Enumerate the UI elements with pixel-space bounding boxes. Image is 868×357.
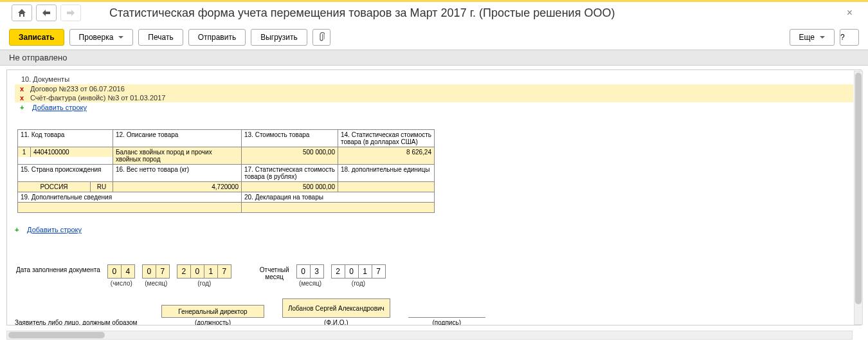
document-text: Договор №233 от 06.07.2016 <box>30 85 125 93</box>
stat-rub-cell[interactable]: 500 000,00 <box>242 182 338 192</box>
save-button[interactable]: Записать <box>9 29 64 46</box>
document-row[interactable]: x Договор №233 от 06.07.2016 <box>15 84 853 93</box>
position-sublabel: (должность) <box>161 319 264 325</box>
col-13-header: 13. Стоимость товара <box>242 130 338 147</box>
check-button[interactable]: Проверка <box>69 29 134 46</box>
extra-cell[interactable] <box>18 203 242 213</box>
arrow-right-icon <box>67 10 75 16</box>
home-button[interactable] <box>12 5 32 21</box>
signature-sublabel: (подпись) <box>408 319 485 325</box>
fio-field[interactable]: Лобанов Сергей Александрович <box>282 298 390 318</box>
col-19-header: 19. Дополнительные сведения <box>18 192 242 203</box>
documents-heading: 10. Документы <box>15 75 853 83</box>
form-content: 10. Документы x Договор №233 от 06.07.20… <box>6 69 862 325</box>
report-year-digits[interactable]: 2 0 1 7 <box>332 264 386 279</box>
plus-icon: + <box>15 226 25 233</box>
close-button[interactable]: × <box>838 7 862 19</box>
report-month-digits[interactable]: 0 3 <box>297 264 324 279</box>
paperclip-icon <box>318 32 325 42</box>
col-18-header: 18. дополнительные единицы <box>338 165 435 182</box>
send-button[interactable]: Отправить <box>188 29 246 46</box>
report-period-label2: месяц <box>260 273 289 280</box>
month-digits[interactable]: 0 7 <box>143 264 170 279</box>
rep-month-sublabel: (месяц) <box>299 280 321 287</box>
add-document-link[interactable]: Добавить строку <box>32 104 87 111</box>
col-17-header: 17. Статистическая стоимость товара (в р… <box>242 165 338 182</box>
rep-year-sublabel: (год) <box>352 280 365 287</box>
col-11-header: 11. Код товара <box>18 130 113 147</box>
delete-row-icon[interactable]: x <box>20 94 30 102</box>
applicant-label: Заявитель либо лицо, должным образом <box>15 319 143 325</box>
year-sublabel: (год) <box>197 280 211 287</box>
decl-cell[interactable] <box>242 203 435 213</box>
export-button[interactable]: Выгрузить <box>251 29 307 46</box>
vertical-scrollbar[interactable] <box>854 71 863 325</box>
country-name: РОССИЯ <box>18 182 91 192</box>
col-12-header: 12. Описание товара <box>113 130 242 147</box>
weight-cell[interactable]: 4,720000 <box>113 182 242 192</box>
horizontal-scrollbar[interactable] <box>6 331 853 340</box>
goods-code-cell[interactable]: 1 4404100000 <box>18 147 113 165</box>
goods-desc-cell[interactable]: Баланс хвойных пород и прочих хвойных по… <box>113 147 242 165</box>
home-icon <box>17 8 26 17</box>
add-goods-row-link[interactable]: Добавить строку <box>27 226 82 233</box>
plus-icon: + <box>20 104 30 111</box>
status-text: Не отправлено <box>0 50 868 66</box>
delete-row-icon[interactable]: x <box>20 85 30 93</box>
goods-code: 4404100000 <box>31 147 113 157</box>
more-button[interactable]: Еще <box>790 29 835 46</box>
col-20-header: 20. Декларация на товары <box>242 192 435 203</box>
document-text: Счёт-фактура (инвойс) №3 от 01.03.2017 <box>30 94 165 102</box>
document-row[interactable]: x Счёт-фактура (инвойс) №3 от 01.03.2017 <box>15 93 853 102</box>
col-16-header: 16. Вес нетто товара (кг) <box>113 165 242 182</box>
col-14-header: 14. Статистическая стоимость товара (в д… <box>338 130 435 147</box>
day-sublabel: (число) <box>111 280 132 287</box>
nav-back-button[interactable] <box>36 5 57 21</box>
position-field[interactable]: Генеральный директор <box>161 305 264 318</box>
report-period-label1: Отчетный <box>260 266 289 273</box>
help-button[interactable]: ? <box>840 29 859 46</box>
signature-line <box>408 306 485 318</box>
month-sublabel: (месяц) <box>145 280 167 287</box>
country-code: RU <box>91 182 113 192</box>
goods-cost-cell[interactable]: 500 000,00 <box>242 147 338 165</box>
fill-date-label: Дата заполнения документа <box>16 264 100 273</box>
nav-forward-button[interactable] <box>60 5 81 21</box>
goods-stat-usd-cell[interactable]: 8 626,24 <box>338 147 435 165</box>
print-button[interactable]: Печать <box>138 29 183 46</box>
goods-table: 11. Код товара 12. Описание товара 13. С… <box>17 129 435 213</box>
units-cell[interactable] <box>338 182 435 192</box>
attach-button[interactable] <box>312 29 330 46</box>
arrow-left-icon <box>42 10 50 16</box>
fio-sublabel: (Ф.И.О.) <box>282 319 390 325</box>
day-digits[interactable]: 0 4 <box>108 264 135 279</box>
country-cell[interactable]: РОССИЯ RU <box>18 182 113 192</box>
col-15-header: 15. Страна происхождения <box>18 165 113 182</box>
row-number: 1 <box>18 147 31 157</box>
page-title: Статистическая форма учета перемещения т… <box>109 6 838 20</box>
year-digits[interactable]: 2 0 1 7 <box>177 264 231 279</box>
